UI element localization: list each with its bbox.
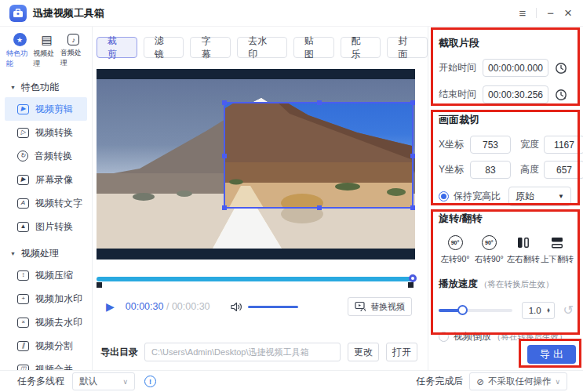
crop-selection[interactable] <box>224 102 414 209</box>
x-input[interactable]: 753 <box>470 136 511 154</box>
keep-ratio-radio[interactable] <box>439 191 449 201</box>
rotate-left-button[interactable]: 90° 左转90° <box>439 235 472 265</box>
info-icon[interactable]: ! <box>144 376 156 387</box>
export-dir-label: 导出目录 <box>100 346 138 359</box>
tab-featured[interactable]: ★ 特色功能 <box>6 33 33 69</box>
tree-arrow-icon: ▼ <box>10 251 16 256</box>
sidebar-item-video-compress[interactable]: ↕ 视频压缩 <box>5 263 87 287</box>
trim-start-handle[interactable] <box>97 282 102 288</box>
star-icon: ★ <box>13 33 27 46</box>
sidebar-tabs: ★ 特色功能 ▤ 视频处理 ♪ 音频处理 <box>0 27 92 72</box>
crop-handle-s[interactable] <box>317 205 322 210</box>
crop-handle-se[interactable] <box>410 205 415 210</box>
minimize-icon[interactable]: − <box>547 7 554 19</box>
after-task-label: 任务完成后 <box>416 375 463 388</box>
speed-slider[interactable] <box>439 309 512 312</box>
tab-crop[interactable]: 裁剪 <box>97 37 137 58</box>
crop-handle-n[interactable] <box>317 100 322 105</box>
sidebar-item-audio-convert[interactable]: ↻ 音频转换 <box>5 144 87 168</box>
video-compress-icon: ↕ <box>17 270 29 281</box>
trim-end-handle[interactable] <box>408 282 414 288</box>
end-time-input[interactable]: 00:00:30.256 <box>483 85 548 103</box>
player-controls: ▶ 00:00:30 / 00:00:30 替换视频 <box>97 296 415 317</box>
start-time-input[interactable]: 00:00:00.000 <box>483 59 548 77</box>
main-area: 裁剪 滤镜 字幕 去水印 贴图 配乐 封面 <box>93 27 428 370</box>
export-directory-row: 导出目录 C:\Users\Admin\Desktop\迅捷视频工具箱 更改 打… <box>100 343 424 361</box>
watermark-add-icon: + <box>17 294 29 304</box>
sidebar-item-screen-record[interactable]: ▶ 屏幕录像 <box>5 168 87 191</box>
group-video-processing[interactable]: ▼ 视频处理 <box>0 243 92 263</box>
spin-down-icon[interactable]: ▼ <box>546 310 550 313</box>
timeline <box>97 275 415 289</box>
close-icon[interactable]: × <box>564 6 572 20</box>
rotate-section-title: 旋转/翻转 <box>439 212 574 226</box>
speed-spinner[interactable]: 1.0 ▲ ▼ <box>522 302 555 319</box>
end-time-clock-icon[interactable] <box>555 89 567 101</box>
replace-video-button[interactable]: 替换视频 <box>348 297 412 316</box>
tab-video-processing[interactable]: ▤ 视频处理 <box>33 33 60 69</box>
x-label: X坐标 <box>439 138 465 151</box>
speed-slider-knob[interactable] <box>457 305 468 315</box>
playhead-handle[interactable] <box>409 274 417 282</box>
tab-music[interactable]: 配乐 <box>341 37 381 58</box>
group-featured[interactable]: ▼ 特色功能 <box>0 77 92 97</box>
start-time-clock-icon[interactable] <box>555 62 567 74</box>
reverse-radio[interactable] <box>439 332 449 342</box>
y-input[interactable]: 83 <box>470 161 511 179</box>
no-action-icon: ⊘ <box>476 376 484 387</box>
reverse-label: 视频倒放 <box>454 330 491 343</box>
reset-speed-icon[interactable]: ↺ <box>563 304 574 317</box>
volume-slider[interactable] <box>248 306 298 308</box>
tab-subtitle[interactable]: 字幕 <box>190 37 231 58</box>
sidebar-item-watermark-remove[interactable]: × 视频去水印 <box>5 310 87 334</box>
sidebar-item-image-convert[interactable]: ▲ 图片转换 <box>5 215 87 238</box>
clip-section: 截取片段 开始时间 00:00:00.000 结束时间 00:00:30.256 <box>439 36 574 103</box>
tab-cover[interactable]: 封面 <box>387 37 428 58</box>
height-label: 高度 <box>516 163 539 176</box>
crop-handle-w[interactable] <box>222 154 227 158</box>
thread-dropdown[interactable]: 默认 ∨ <box>72 372 135 390</box>
sidebar-item-video-to-text[interactable]: A 视频转文字 <box>5 191 87 215</box>
volume-icon[interactable] <box>231 302 242 312</box>
tab-remove-watermark[interactable]: 去水印 <box>237 37 287 58</box>
video-edit-icon: ▶ <box>17 104 29 114</box>
tab-sticker[interactable]: 贴图 <box>293 37 334 58</box>
rotate-right-button[interactable]: 90° 右转90° <box>472 235 505 265</box>
sidebar-item-video-split[interactable]: ∥ 视频分割 <box>5 334 87 358</box>
timeline-track[interactable] <box>97 277 415 281</box>
sidebar-item-watermark-add[interactable]: + 视频加水印 <box>5 287 87 310</box>
right-panel: 截取片段 开始时间 00:00:00.000 结束时间 00:00:30.256… <box>428 27 583 370</box>
y-label: Y坐标 <box>439 163 465 176</box>
flip-horizontal-button[interactable]: 左右翻转 <box>507 235 540 265</box>
film-icon: ▤ <box>41 33 52 46</box>
app-window: 迅捷视频工具箱 ≡ − × ★ 特色功能 ▤ 视频处理 ♪ 音频处理 ▼ <box>0 0 583 392</box>
chevron-down-icon: ∨ <box>555 378 560 386</box>
sidebar-item-video-convert[interactable]: ▷ 视频转换 <box>5 121 87 144</box>
menu-icon[interactable]: ≡ <box>519 7 527 19</box>
crop-handle-e[interactable] <box>410 154 415 158</box>
ratio-dropdown[interactable]: 原始 ▼ <box>508 187 571 206</box>
tab-filter[interactable]: 滤镜 <box>144 37 184 58</box>
height-input[interactable]: 657 <box>544 161 583 179</box>
after-task-dropdown[interactable]: ⊘ 不采取任何操作 ∨ <box>469 372 567 390</box>
music-icon: ♪ <box>67 34 79 45</box>
change-dir-button[interactable]: 更改 <box>348 343 379 361</box>
rotate-left-icon: 90° <box>448 235 463 250</box>
crop-handle-nw[interactable] <box>222 100 227 105</box>
width-input[interactable]: 1167 <box>544 136 583 154</box>
sidebar-item-video-edit[interactable]: ▶ 视频剪辑 <box>5 97 87 121</box>
flip-vertical-button[interactable]: 上下翻转 <box>541 235 574 265</box>
crop-handle-ne[interactable] <box>410 100 415 105</box>
crop-section-title: 画面裁切 <box>439 113 574 127</box>
time-display: 00:00:30 / 00:00:30 <box>126 301 210 312</box>
crop-section: 画面裁切 X坐标 753 宽度 1167 Y坐标 83 高度 657 保持宽高比… <box>439 113 574 206</box>
tab-audio-processing[interactable]: ♪ 音频处理 <box>60 33 87 69</box>
video-convert-icon: ▷ <box>17 128 29 138</box>
export-path-input[interactable]: C:\Users\Admin\Desktop\迅捷视频工具箱 <box>144 343 341 361</box>
crop-handle-sw[interactable] <box>222 205 227 210</box>
flip-horizontal-icon <box>517 235 530 250</box>
replace-video-icon <box>355 301 366 313</box>
play-button[interactable]: ▶ <box>106 301 115 312</box>
open-dir-button[interactable]: 打开 <box>386 343 417 361</box>
export-button[interactable]: 导出 <box>527 345 576 364</box>
